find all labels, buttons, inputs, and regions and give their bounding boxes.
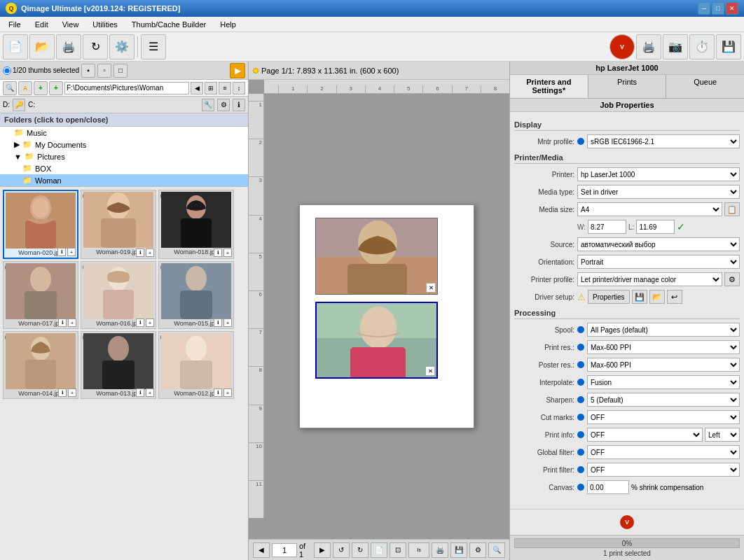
thumb-014-add-icon[interactable]: + bbox=[68, 388, 76, 397]
source-select[interactable]: автоматический выбор bbox=[577, 237, 740, 251]
menu-help[interactable]: Help bbox=[214, 19, 242, 30]
tab-queue[interactable]: Queue bbox=[666, 75, 744, 98]
thumb-018-info-icon[interactable]: ℹ bbox=[214, 248, 222, 257]
properties-button[interactable]: Properties bbox=[588, 290, 630, 304]
thumb-020[interactable]: ✓ ℹ + Woman-020.jpg bbox=[3, 190, 78, 259]
open-button[interactable]: 📂 bbox=[29, 34, 55, 59]
print-filter-select[interactable]: OFF bbox=[587, 463, 740, 477]
menu-edit[interactable]: Edit bbox=[29, 19, 54, 30]
interpolate-select[interactable]: Fusion bbox=[587, 375, 740, 389]
print-photo-1[interactable]: ✕ bbox=[315, 218, 438, 295]
layout-button[interactable]: Is bbox=[408, 542, 429, 558]
folder-music[interactable]: 📁 Music bbox=[0, 127, 248, 139]
thumb-016-info-icon[interactable]: ℹ bbox=[136, 318, 144, 327]
add-button2[interactable]: + bbox=[49, 81, 63, 95]
print-button[interactable]: 🖨️ bbox=[636, 34, 661, 59]
folder-box[interactable]: 📁 BOX bbox=[0, 162, 248, 174]
menu-file[interactable]: File bbox=[3, 19, 27, 30]
add-tag-button[interactable]: + bbox=[34, 81, 48, 95]
list-view-button[interactable]: ☰ bbox=[141, 34, 166, 59]
thumb-016[interactable]: ℹ + Woman-016.jpg bbox=[81, 261, 156, 329]
printer-profile-select[interactable]: Let printer/driver manage color bbox=[577, 272, 722, 286]
thumb-013-info-icon[interactable]: ℹ bbox=[136, 388, 144, 397]
amazon-icon[interactable]: A bbox=[18, 81, 32, 95]
folder-pictures[interactable]: ▼ 📁 Pictures bbox=[0, 150, 248, 162]
thumb-017-info-icon[interactable]: ℹ bbox=[58, 318, 67, 327]
canvas-input[interactable] bbox=[587, 480, 629, 494]
thumb-014[interactable]: ℹ + Woman-014.jpg bbox=[3, 331, 78, 399]
print-photo-2[interactable]: ✕ bbox=[315, 302, 438, 379]
media-size-icon[interactable]: 📋 bbox=[724, 202, 740, 216]
drive-settings-button[interactable]: ⚙ bbox=[217, 99, 230, 111]
rotate-button[interactable]: ↻ bbox=[83, 34, 108, 59]
thumb-019-info-icon[interactable]: ℹ bbox=[136, 248, 144, 257]
thumb-size-medium[interactable]: ▫ bbox=[97, 64, 111, 78]
preview-options-button[interactable]: ⚙ bbox=[469, 542, 486, 558]
thumb-size-small[interactable]: ▪ bbox=[81, 64, 95, 78]
prev-page-button[interactable]: ◀ bbox=[253, 542, 270, 558]
path-input[interactable] bbox=[64, 82, 189, 94]
timer-button[interactable]: ⏱️ bbox=[689, 34, 715, 59]
minimize-button[interactable]: ─ bbox=[698, 2, 710, 15]
thumb-019[interactable]: ℹ + Woman-019.jpg bbox=[81, 190, 156, 259]
spool-select[interactable]: All Pages (default) bbox=[587, 323, 740, 337]
path-back-button[interactable]: ◀ bbox=[191, 82, 203, 94]
fit-button[interactable]: ⊡ bbox=[390, 542, 406, 558]
printer-select[interactable]: hp LaserJet 1000 bbox=[577, 167, 740, 181]
scan-button[interactable]: 🖨️ bbox=[56, 34, 81, 59]
print-res-select[interactable]: Max-600 PPI bbox=[587, 340, 740, 354]
maximize-button[interactable]: □ bbox=[712, 2, 724, 15]
mntr-profile-select[interactable]: sRGB IEC61966-2.1 bbox=[587, 134, 740, 148]
thumb-013-add-icon[interactable]: + bbox=[146, 388, 154, 397]
print-info-pos-select[interactable]: Left bbox=[705, 428, 740, 442]
thumb-015-add-icon[interactable]: + bbox=[223, 318, 232, 327]
menu-view[interactable]: View bbox=[57, 19, 85, 30]
thumb-017-add-icon[interactable]: + bbox=[68, 318, 76, 327]
thumb-020-info-icon[interactable]: ℹ bbox=[57, 248, 66, 256]
rotate-right-button[interactable]: ↻ bbox=[352, 542, 368, 558]
driver-load-icon[interactable]: 📂 bbox=[649, 290, 665, 304]
print-info-select[interactable]: OFF bbox=[587, 428, 703, 442]
next-page-button[interactable]: ▶ bbox=[314, 542, 331, 558]
check-icon[interactable]: ✓ bbox=[677, 221, 685, 232]
new-button[interactable]: 📄 bbox=[3, 34, 28, 59]
photo-2-close[interactable]: ✕ bbox=[425, 366, 435, 376]
navigate-forward-button[interactable]: ▶ bbox=[230, 63, 245, 78]
preview-area[interactable]: 1 2 3 4 5 6 7 8 1 2 3 4 5 bbox=[249, 80, 509, 539]
w-input[interactable] bbox=[588, 220, 626, 234]
title-controls[interactable]: ─ □ ✕ bbox=[698, 2, 738, 15]
printer-profile-settings-icon[interactable]: ⚙ bbox=[724, 272, 740, 286]
orientation-select[interactable]: Portrait bbox=[577, 255, 740, 269]
thumb-012-add-icon[interactable]: + bbox=[223, 388, 232, 397]
driver-reset-icon[interactable]: ↩ bbox=[667, 290, 682, 304]
folder-woman[interactable]: 📁 Woman bbox=[0, 174, 248, 186]
l-input[interactable] bbox=[636, 220, 675, 234]
global-filter-select[interactable]: OFF bbox=[587, 445, 740, 459]
path-list-button[interactable]: ≡ bbox=[219, 82, 231, 94]
driver-save-icon[interactable]: 💾 bbox=[632, 290, 647, 304]
sharpen-select[interactable]: 5 (Default) bbox=[587, 393, 740, 407]
page-number-input[interactable] bbox=[272, 543, 297, 557]
path-grid-button[interactable]: ⊞ bbox=[205, 82, 217, 94]
path-sort-button[interactable]: ↕ bbox=[233, 82, 245, 94]
selection-radio[interactable] bbox=[3, 66, 11, 75]
media-type-select[interactable]: Set in driver bbox=[577, 185, 740, 199]
thumb-018[interactable]: ℹ + Woman-018.jpg bbox=[158, 190, 234, 259]
zoom-button[interactable]: 🔍 bbox=[488, 542, 505, 558]
tab-printers-settings[interactable]: Printers and Settings* bbox=[510, 75, 588, 98]
thumb-019-add-icon[interactable]: + bbox=[146, 248, 154, 257]
thumb-015-info-icon[interactable]: ℹ bbox=[214, 318, 222, 327]
menu-utilities[interactable]: Utilities bbox=[87, 19, 123, 30]
tab-prints[interactable]: Prints bbox=[588, 75, 667, 98]
folder-my-documents[interactable]: ▶ 📁 My Documents bbox=[0, 139, 248, 150]
close-button[interactable]: ✕ bbox=[726, 2, 738, 15]
thumb-015[interactable]: ℹ + Woman-015.jpg bbox=[158, 261, 234, 329]
thumb-014-info-icon[interactable]: ℹ bbox=[58, 388, 67, 397]
thumb-020-add-icon[interactable]: + bbox=[67, 248, 76, 256]
menu-thumb-cache[interactable]: Thumb/Cache Builder bbox=[126, 19, 212, 30]
thumb-018-add-icon[interactable]: + bbox=[223, 248, 232, 257]
photo-1-close[interactable]: ✕ bbox=[426, 283, 436, 293]
page-setup-button[interactable]: 📄 bbox=[371, 542, 387, 558]
version-button[interactable]: V bbox=[620, 515, 634, 529]
thumb-012-info-icon[interactable]: ℹ bbox=[214, 388, 222, 397]
